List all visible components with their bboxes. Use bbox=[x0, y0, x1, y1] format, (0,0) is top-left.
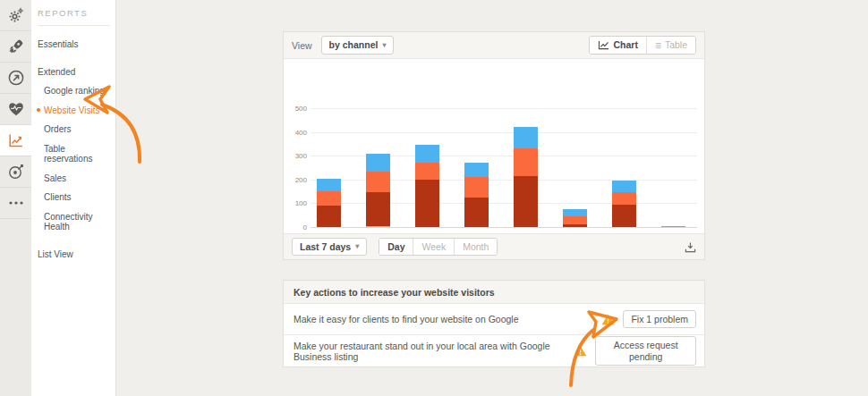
key-actions-title: Key actions to increase your website vis… bbox=[284, 281, 704, 304]
fix-1-problem-button[interactable]: Fix 1 problem bbox=[623, 310, 696, 329]
bar-segment-other-pages-of-your-website-10-sep[interactable] bbox=[415, 163, 439, 180]
bar-segment-organic-search-10-sep[interactable] bbox=[415, 180, 439, 227]
heart-pulse-icon bbox=[7, 100, 25, 118]
y-axis-tick-label: 200 bbox=[284, 176, 307, 184]
reports-nav: EssentialsExtendedGoogle rankingWebsite … bbox=[31, 35, 115, 264]
sidebar-item-essentials[interactable]: Essentials bbox=[31, 35, 115, 55]
download-icon[interactable] bbox=[685, 241, 696, 253]
reports-panel-title: REPORTS bbox=[31, 8, 115, 18]
bar-segment-direct-10-sep[interactable] bbox=[415, 145, 439, 162]
line-chart-icon bbox=[7, 131, 25, 149]
view-by-channel-dropdown[interactable]: by channel ▾ bbox=[321, 36, 395, 55]
granularity-toggle: DayWeekMonth bbox=[379, 238, 498, 257]
bar-segment-organic-search-13-sep[interactable] bbox=[563, 224, 587, 227]
bar-segment-direct-8-sep[interactable] bbox=[317, 179, 341, 190]
reports-sidebar: REPORTS EssentialsExtendedGoogle ranking… bbox=[31, 0, 116, 396]
rail-item-settings-gears-icon[interactable] bbox=[0, 0, 31, 31]
toggle-table-button[interactable]: ≡ Table bbox=[647, 37, 695, 54]
bar-segment-direct-14-sep[interactable] bbox=[612, 181, 636, 192]
gridline bbox=[311, 132, 697, 133]
chart-table-toggle: Chart ≡ Table bbox=[589, 36, 696, 55]
sidebar-item-clients[interactable]: Clients bbox=[31, 188, 115, 207]
sidebar-item-label: Essentials bbox=[38, 39, 79, 49]
bar-segment-other-pages-of-your-website-14-sep[interactable] bbox=[612, 192, 636, 205]
bar-segment-direct-12-sep[interactable] bbox=[514, 127, 538, 148]
access-request-pending-button[interactable]: Access request pending bbox=[595, 336, 696, 366]
bar-segment-direct-9-sep[interactable] bbox=[366, 154, 390, 172]
action-text: Make your restaurant stand out in your l… bbox=[294, 341, 566, 362]
sidebar-item-label: List View bbox=[38, 249, 73, 259]
date-range-dropdown[interactable]: Last 7 days ▾ bbox=[292, 238, 367, 257]
sidebar-item-table-reservations[interactable]: Table reservations bbox=[31, 139, 115, 169]
sidebar-item-website-visits[interactable]: Website Visits bbox=[31, 101, 115, 121]
table-list-icon: ≡ bbox=[655, 40, 661, 51]
sidebar-item-label: Orders bbox=[44, 124, 72, 134]
sidebar-item-label: Table reservations bbox=[44, 144, 92, 164]
sidebar-item-label: Google ranking bbox=[44, 86, 105, 96]
granularity-month-button[interactable]: Month bbox=[455, 239, 497, 256]
sidebar-item-extended[interactable]: Extended bbox=[31, 63, 115, 82]
chevron-down-icon: ▾ bbox=[382, 41, 386, 50]
bar-segment-other-pages-of-your-website-11-sep[interactable] bbox=[464, 177, 489, 198]
action-row: Make your restaurant stand out in your l… bbox=[284, 335, 704, 367]
toggle-table-label: Table bbox=[665, 39, 687, 51]
dashboard-page: REPORTS EssentialsExtendedGoogle ranking… bbox=[0, 0, 868, 396]
bar-segment-organic-search-11-sep[interactable] bbox=[464, 198, 489, 227]
rail-item-heart-pulse-icon[interactable] bbox=[0, 94, 31, 125]
target-goal-icon bbox=[7, 163, 25, 181]
date-range-value: Last 7 days bbox=[300, 241, 351, 253]
bar-segment-other-pages-of-your-website-8-sep[interactable] bbox=[317, 191, 341, 206]
divider bbox=[38, 25, 109, 26]
warning-triangle-icon bbox=[574, 345, 587, 357]
sidebar-item-label: Extended bbox=[38, 67, 75, 77]
y-axis-tick-label: 500 bbox=[284, 105, 307, 113]
y-axis-tick-label: 300 bbox=[284, 152, 307, 160]
granularity-day-button[interactable]: Day bbox=[379, 239, 413, 256]
sidebar-item-sales[interactable]: Sales bbox=[31, 169, 115, 189]
bar-segment-other-pages-of-your-website-9-sep[interactable] bbox=[366, 172, 390, 192]
view-label: View bbox=[292, 40, 312, 51]
icon-rail bbox=[0, 0, 31, 396]
view-by-channel-value: by channel bbox=[329, 39, 379, 51]
sidebar-item-label: Clients bbox=[44, 192, 72, 202]
rail-item-share-arrow-circle-icon[interactable] bbox=[0, 63, 31, 94]
bar-segment-organic-search-8-sep[interactable] bbox=[317, 206, 341, 227]
bar-segment-referral-9-sep[interactable] bbox=[366, 226, 390, 227]
sidebar-item-label: Website Visits bbox=[44, 105, 99, 115]
website-visits-chart-card: View by channel ▾ Chart ≡ Table 01002003… bbox=[283, 31, 705, 260]
y-axis-tick-label: 0 bbox=[284, 223, 307, 232]
bar-segment-other-pages-of-your-website-12-sep[interactable] bbox=[514, 148, 538, 176]
sidebar-item-orders[interactable]: Orders bbox=[31, 120, 115, 139]
sidebar-item-list-view[interactable]: List View bbox=[31, 245, 115, 265]
sidebar-item-google-ranking[interactable]: Google ranking bbox=[31, 81, 115, 101]
rail-item-line-chart-icon[interactable] bbox=[0, 125, 31, 156]
sidebar-item-label: Sales bbox=[44, 173, 66, 183]
action-row: Make it easy for clients to find your we… bbox=[284, 304, 704, 335]
rail-item-more-ellipsis-icon[interactable] bbox=[0, 188, 31, 219]
rocket-icon bbox=[7, 38, 25, 55]
sidebar-item-label: Connectivity Health bbox=[44, 212, 92, 232]
settings-gears-icon bbox=[7, 6, 25, 24]
bar-segment-direct-11-sep[interactable] bbox=[464, 163, 489, 177]
gridline bbox=[311, 108, 697, 109]
bar-segment-direct-15-sep[interactable] bbox=[661, 226, 685, 227]
chart-card-header: View by channel ▾ Chart ≡ Table bbox=[284, 32, 704, 59]
stacked-bar-chart: 01002003004005008. Sep9. Sep10. Sep11. S… bbox=[284, 59, 704, 235]
bar-segment-organic-search-12-sep[interactable] bbox=[514, 176, 538, 227]
rail-item-rocket-icon[interactable] bbox=[0, 31, 31, 63]
bar-segment-direct-13-sep[interactable] bbox=[563, 209, 587, 216]
action-text: Make it easy for clients to find your we… bbox=[294, 314, 519, 324]
sidebar-item-connectivity-health[interactable]: Connectivity Health bbox=[31, 207, 115, 237]
bar-segment-other-pages-of-your-website-13-sep[interactable] bbox=[563, 216, 587, 224]
y-axis-tick-label: 400 bbox=[284, 129, 307, 137]
chart-card-footer: Last 7 days ▾ DayWeekMonth bbox=[284, 233, 704, 259]
bar-segment-organic-search-14-sep[interactable] bbox=[612, 205, 636, 227]
toggle-chart-button[interactable]: Chart bbox=[590, 37, 646, 54]
rail-item-target-goal-icon[interactable] bbox=[0, 156, 31, 188]
warning-triangle-icon bbox=[601, 314, 615, 325]
bar-segment-organic-search-9-sep[interactable] bbox=[366, 192, 390, 227]
chevron-down-icon: ▾ bbox=[355, 242, 359, 251]
granularity-week-button[interactable]: Week bbox=[413, 239, 455, 256]
key-actions-rows: Make it easy for clients to find your we… bbox=[284, 304, 704, 367]
more-ellipsis-icon bbox=[7, 194, 25, 212]
